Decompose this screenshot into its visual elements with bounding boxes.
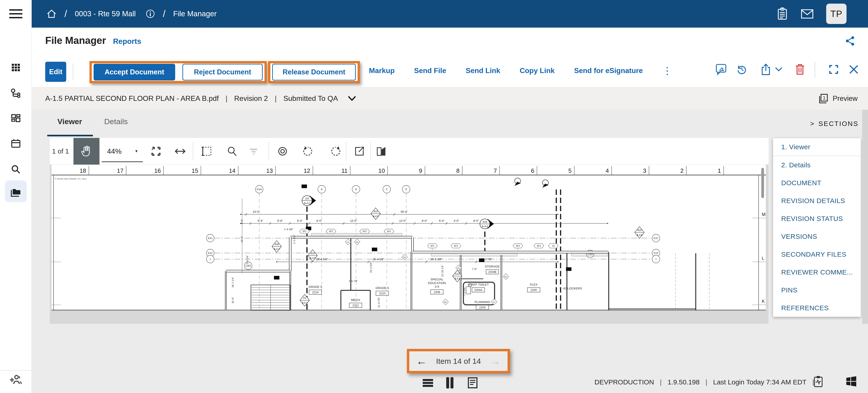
page-count: 1 of 1 xyxy=(51,138,70,164)
svg-text:6: 6 xyxy=(531,167,534,174)
list-view-icon[interactable] xyxy=(422,379,434,389)
overflow-menu-icon[interactable]: ⋮ xyxy=(662,66,672,76)
previous-item-arrow[interactable]: ← xyxy=(416,356,427,367)
focus-view-icon[interactable] xyxy=(276,138,289,164)
file-manager-icon[interactable] xyxy=(0,186,32,199)
breadcrumb-project[interactable]: 0003 - Rte 59 Mall xyxy=(75,9,136,18)
history-icon[interactable] xyxy=(736,62,747,77)
section-item-reviewer-comme[interactable]: REVIEWER COMME... xyxy=(773,263,861,281)
document-status-chevron-icon[interactable] xyxy=(348,96,356,101)
sections-label: SECTIONS xyxy=(818,120,859,127)
zoom-level: 44% xyxy=(107,147,122,156)
section-item-references[interactable]: REFERENCES xyxy=(773,299,861,317)
workflow-icon[interactable] xyxy=(0,88,32,100)
fullscreen-icon[interactable] xyxy=(828,62,839,77)
top-header: / 0003 - Rte 59 Mall / File Manager TP xyxy=(0,0,868,28)
calendar-icon[interactable] xyxy=(0,137,32,150)
dashboard-icon[interactable] xyxy=(0,112,32,125)
action-link-send-file[interactable]: Send File xyxy=(414,66,446,75)
search-document-icon[interactable] xyxy=(225,138,239,164)
section-item-secondary-files[interactable]: SECONDARY FILES xyxy=(773,245,861,263)
compare-pages-icon[interactable] xyxy=(375,138,388,164)
svg-text:A: A xyxy=(321,188,322,191)
sections-chevron-icon: > xyxy=(810,120,815,127)
export-share-icon[interactable] xyxy=(760,62,772,77)
section-item-revision-details[interactable]: REVISION DETAILS xyxy=(773,192,861,210)
fit-width-icon[interactable] xyxy=(174,138,187,164)
info-icon[interactable] xyxy=(146,9,155,19)
open-in-new-icon[interactable] xyxy=(352,138,366,164)
system-health-icon[interactable] xyxy=(813,375,823,389)
tab-viewer[interactable]: Viewer xyxy=(57,117,82,126)
zoom-level-dropdown[interactable]: 44% ▼ xyxy=(102,138,144,164)
separator: | xyxy=(706,378,707,386)
pan-hand-tool[interactable] xyxy=(73,138,99,164)
fit-page-icon[interactable] xyxy=(149,138,163,164)
share-icon[interactable] xyxy=(845,36,855,47)
svg-text:A-4.9: A-4.9 xyxy=(373,215,378,217)
svg-text:42 LOCKERS: 42 LOCKERS xyxy=(563,287,582,290)
tab-details[interactable]: Details xyxy=(104,117,128,126)
release-document-button[interactable]: Release Document xyxy=(272,64,356,81)
next-item-arrow: → xyxy=(490,356,501,367)
preview-toggle[interactable]: 1 Preview xyxy=(818,93,858,104)
svg-text:8'-0": 8'-0" xyxy=(316,219,322,222)
svg-text:11: 11 xyxy=(341,167,347,174)
svg-text:EXA: EXA xyxy=(257,188,262,191)
pdf-viewer-canvas[interactable]: 181716151413121110987654321© GRUM AND PA… xyxy=(50,164,769,324)
svg-text:SPECIAL: SPECIAL xyxy=(430,278,443,281)
mail-icon[interactable] xyxy=(800,8,814,19)
svg-text:X2: X2 xyxy=(552,245,555,247)
review-comment-icon[interactable] xyxy=(715,62,727,77)
sections-toggle[interactable]: > SECTIONS xyxy=(810,120,859,127)
split-view-icon[interactable] xyxy=(445,377,454,390)
close-icon[interactable] xyxy=(848,62,860,77)
section-item-revision-status[interactable]: REVISION STATUS xyxy=(773,210,861,228)
document-view-icon[interactable] xyxy=(467,377,478,389)
windows-logo-icon[interactable] xyxy=(845,376,857,388)
delete-trash-icon[interactable] xyxy=(794,62,806,77)
add-user-icon[interactable] xyxy=(0,373,32,386)
svg-text:16: 16 xyxy=(154,167,161,174)
avatar[interactable]: TP xyxy=(826,4,846,24)
action-links: MarkupSend FileSend LinkCopy LinkSend fo… xyxy=(369,54,672,87)
section-item-versions[interactable]: VERSIONS xyxy=(773,228,861,245)
section-item-document[interactable]: DOCUMENT xyxy=(773,174,861,192)
separator: | xyxy=(660,378,662,386)
svg-text:M1: M1 xyxy=(356,241,359,243)
svg-text:26'-7 1/4": 26'-7 1/4" xyxy=(231,277,234,288)
rotate-cw-icon[interactable] xyxy=(329,138,342,164)
svg-text:A-5.5: A-5.5 xyxy=(454,277,460,280)
svg-text:STORAGE: STORAGE xyxy=(485,265,500,268)
section-item-2-details[interactable]: 2. Details xyxy=(773,156,861,174)
accept-document-button[interactable]: Accept Document xyxy=(94,64,175,81)
svg-text:3'-0 1/4": 3'-0 1/4" xyxy=(246,255,249,264)
reports-link[interactable]: Reports xyxy=(113,37,141,46)
section-item-pins[interactable]: PINS xyxy=(773,281,861,299)
svg-text:EX2: EX2 xyxy=(208,252,213,254)
svg-text:2204: 2204 xyxy=(479,306,486,309)
item-position-label: Item 14 of 14 xyxy=(436,357,481,366)
search-icon[interactable] xyxy=(0,163,32,176)
tasks-clipboard-icon[interactable] xyxy=(776,7,788,20)
home-icon[interactable] xyxy=(46,8,57,19)
reject-document-button[interactable]: Reject Document xyxy=(182,64,263,81)
marquee-zoom-icon[interactable] xyxy=(199,138,213,164)
edit-button[interactable]: Edit xyxy=(45,62,66,82)
action-link-send-link[interactable]: Send Link xyxy=(466,66,500,75)
svg-text:L: L xyxy=(762,256,764,261)
svg-text:1: 1 xyxy=(718,167,721,174)
rotate-ccw-icon[interactable] xyxy=(301,138,315,164)
svg-text:1: 1 xyxy=(823,95,826,101)
action-link-copy-link[interactable]: Copy Link xyxy=(520,66,555,75)
viewer-vertical-scrollbar[interactable] xyxy=(761,168,764,198)
separator: | xyxy=(225,94,227,103)
action-link-markup[interactable]: Markup xyxy=(369,66,395,75)
action-link-send-for-esignature[interactable]: Send for eSignature xyxy=(574,66,643,75)
chevron-down-icon[interactable] xyxy=(775,62,783,77)
apps-grid-icon[interactable] xyxy=(0,61,32,74)
page-scrollbar[interactable] xyxy=(862,110,868,324)
highlight-box-release: Release Document xyxy=(268,61,360,83)
section-item-1-viewer[interactable]: 1. Viewer xyxy=(773,138,861,156)
menu-icon[interactable] xyxy=(0,0,32,28)
